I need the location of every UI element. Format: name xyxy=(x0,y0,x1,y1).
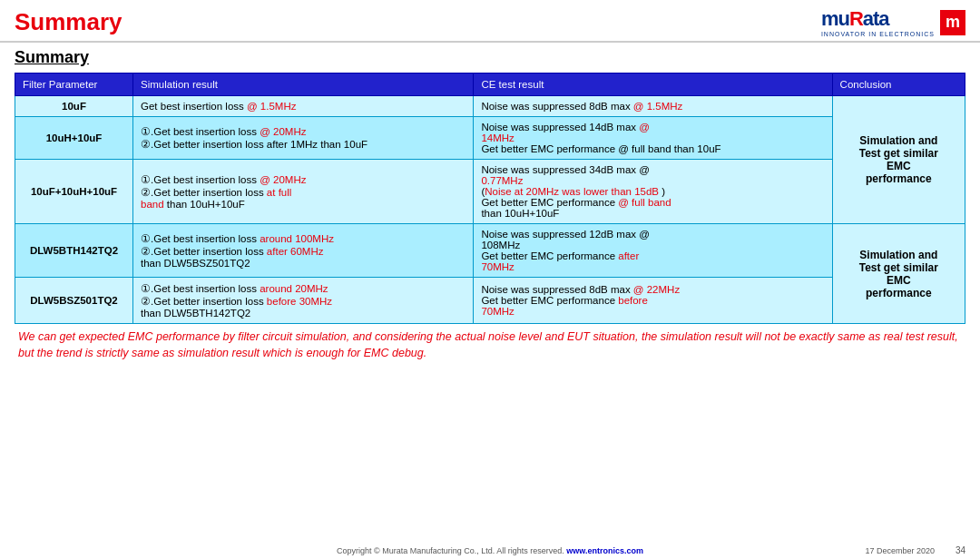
ce-cell: Noise was suppressed 14dB max @14MHz Get… xyxy=(474,117,832,160)
col-sim-result: Simulation result xyxy=(133,74,474,96)
col-ce-result: CE test result xyxy=(474,74,832,96)
section-title: Summary xyxy=(15,48,965,67)
page-number: 34 xyxy=(956,545,965,555)
sim-cell: ①.Get best insertion loss @ 20MHz ②.Get … xyxy=(133,160,474,224)
logo-name: muRata xyxy=(821,7,935,31)
table-row: 10uF+10uH+10uF ①.Get best insertion loss… xyxy=(15,160,965,224)
param-cell: DLW5BSZ501TQ2 xyxy=(15,278,133,324)
table-row: 10uF Get best insertion loss @ 1.5MHz No… xyxy=(15,96,965,117)
param-cell: 10uH+10uF xyxy=(15,117,133,160)
copyright: Copyright © Murata Manufacturing Co., Lt… xyxy=(337,546,643,555)
sim-cell: Get best insertion loss @ 1.5MHz xyxy=(133,96,474,117)
table-row: DLW5BSZ501TQ2 ①.Get best insertion loss … xyxy=(15,278,965,324)
page-title: Summary xyxy=(15,8,122,36)
param-cell: 10uF xyxy=(15,96,133,117)
sim-cell: ①.Get best insertion loss @ 20MHz ②.Get … xyxy=(133,117,474,160)
ce-cell: Noise was suppressed 12dB max @ 108MHz G… xyxy=(474,224,832,278)
table-row: DLW5BTH142TQ2 ①.Get best insertion loss … xyxy=(15,224,965,278)
logo-area: muRata INNOVATOR IN ELECTRONICS m xyxy=(821,7,965,37)
col-filter-param: Filter Parameter xyxy=(15,74,133,96)
logo-sub: INNOVATOR IN ELECTRONICS xyxy=(821,31,935,37)
col-conclusion: Conclusion xyxy=(832,74,965,96)
ce-cell: Noise was suppressed 8dB max @ 22MHz Get… xyxy=(474,278,832,324)
logo-icon: m xyxy=(940,10,965,35)
date-text: 17 December 2020 xyxy=(865,546,935,555)
header: Summary muRata INNOVATOR IN ELECTRONICS … xyxy=(0,0,980,43)
ce-cell: Noise was suppressed 34dB max @ 0.77MHz … xyxy=(474,160,832,224)
summary-table: Filter Parameter Simulation result CE te… xyxy=(15,73,965,324)
table-row: 10uH+10uF ①.Get best insertion loss @ 20… xyxy=(15,117,965,160)
website: www.entronics.com xyxy=(566,546,643,555)
param-cell: 10uF+10uH+10uF xyxy=(15,160,133,224)
ce-cell: Noise was suppressed 8dB max @ 1.5MHz xyxy=(474,96,832,117)
footer-note: We can get expected EMC performance by f… xyxy=(15,329,965,361)
sim-cell: ①.Get best insertion loss around 100MHz … xyxy=(133,224,474,278)
table-header-row: Filter Parameter Simulation result CE te… xyxy=(15,74,965,96)
sim-cell: ①.Get best insertion loss around 20MHz ②… xyxy=(133,278,474,324)
conclusion-cell: Simulation andTest get similarEMCperform… xyxy=(832,96,965,224)
content-area: Summary Filter Parameter Simulation resu… xyxy=(0,43,980,365)
param-cell: DLW5BTH142TQ2 xyxy=(15,224,133,278)
conclusion-cell: Simulation andTest get similarEMCperform… xyxy=(832,224,965,324)
